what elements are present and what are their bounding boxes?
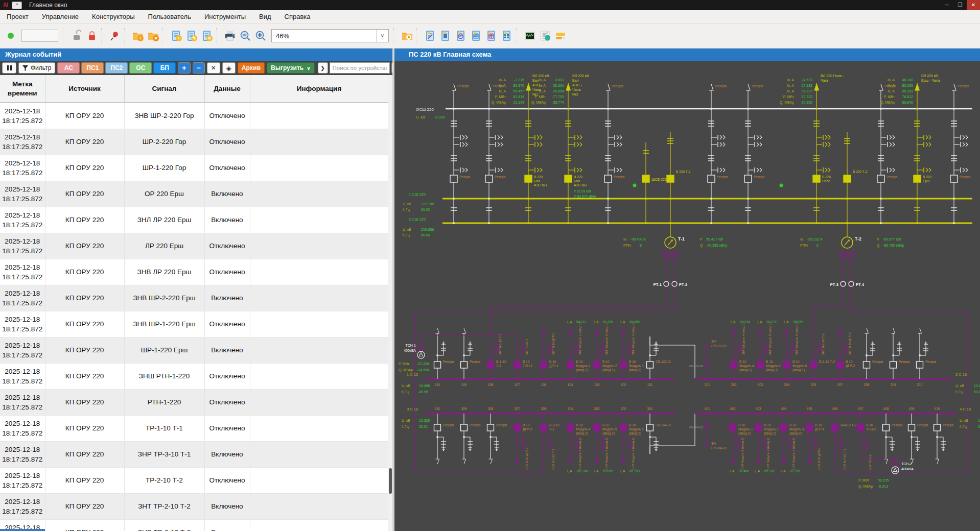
archive-button[interactable]: Архив — [238, 62, 265, 74]
breaker-10[interactable] — [487, 424, 494, 431]
zoom-in-button[interactable] — [253, 28, 268, 43]
menu-item-6[interactable]: Справка — [278, 10, 317, 23]
search-input[interactable] — [330, 62, 390, 74]
filter-toggle-БП[interactable]: БП — [153, 62, 176, 74]
breaker-220[interactable] — [565, 175, 572, 182]
breaker-220[interactable] — [914, 175, 921, 182]
breaker-10[interactable] — [461, 361, 468, 368]
breaker-10[interactable] — [755, 424, 762, 431]
collapse-button[interactable]: ^ — [12, 2, 22, 9]
breaker-10[interactable] — [620, 424, 627, 431]
zoom-out-rows-button[interactable]: − — [193, 62, 205, 74]
breaker-220[interactable] — [708, 175, 715, 182]
printer-button[interactable] — [222, 28, 238, 43]
export-button[interactable]: Выгрузить ∨ — [267, 62, 315, 74]
table-row[interactable]: 2025-12-1818:17:25.872КП ОРУ 220ЗНВ ШР-2… — [0, 103, 388, 129]
breaker-10[interactable] — [541, 424, 547, 431]
breaker-220[interactable] — [485, 175, 493, 182]
breaker-10[interactable] — [620, 361, 627, 368]
breaker-10[interactable] — [567, 361, 574, 368]
schematic-header[interactable]: ПС 220 кВ Главная схема — [394, 49, 980, 61]
event-log-header[interactable]: Журнал событий — [0, 49, 392, 61]
table-row[interactable]: 2025-12-1818:17:25.872КП ОРУ 220ЗНР ТР-3… — [0, 441, 388, 467]
breaker-10[interactable] — [434, 424, 441, 431]
breaker-10[interactable] — [594, 424, 600, 431]
breaker-10[interactable] — [781, 424, 787, 431]
folder-close-button[interactable]: ✕ — [146, 28, 161, 43]
filter-toggle-ПС1[interactable]: ПС1 — [81, 62, 104, 74]
breaker-220[interactable] — [950, 175, 958, 182]
breaker-10[interactable] — [810, 361, 817, 368]
folder-view-button[interactable] — [400, 28, 415, 43]
table-row[interactable]: 2025-12-1818:17:25.872КП ОРУ 220ТР-2-10 … — [0, 467, 388, 493]
breaker-220[interactable] — [604, 175, 612, 182]
doc-star-report-button[interactable]: ★ — [438, 28, 453, 43]
doc-star-form-button[interactable]: ★ — [484, 28, 499, 43]
clear-button[interactable]: ✕ — [207, 62, 220, 74]
zoom-in-rows-button[interactable]: + — [178, 62, 190, 74]
column-header-1[interactable]: Источник — [45, 75, 124, 103]
table-row[interactable]: 2025-12-1818:17:25.872КП ОРУ 220ЗНЛ ЛР 2… — [0, 207, 388, 233]
table-row[interactable]: 2025-12-1818:17:25.872КП ОРУ 220ШР-2-220… — [0, 129, 388, 155]
doc-star-table-button[interactable]: ★ — [469, 28, 484, 43]
table-row[interactable]: 2025-12-1818:17:25.872КП ОРУ 220ЗНВ ШР-2… — [0, 285, 388, 311]
table-row[interactable]: 2025-12-1818:17:25.872КП ОРУ 220ЗНВ ШР-1… — [0, 311, 388, 337]
menu-item-2[interactable]: Конструкторы — [85, 10, 141, 23]
breaker-10[interactable] — [784, 361, 790, 368]
diamond-button[interactable]: ◈ — [222, 62, 236, 74]
schematic-panel[interactable]: ОСШ 220U, кВ0.0001 СШ 220U, кВ222.705f, … — [394, 61, 980, 531]
filter-button[interactable]: Фильтр — [18, 62, 55, 74]
breaker-10[interactable] — [541, 361, 547, 368]
breaker-10[interactable] — [857, 424, 864, 431]
panel-bars-button[interactable] — [553, 28, 568, 43]
menu-item-1[interactable]: Управление — [35, 10, 85, 23]
breaker-10[interactable] — [890, 361, 897, 368]
doc-star-clock-button[interactable]: ★ — [453, 28, 469, 43]
unlock-button[interactable] — [69, 28, 84, 43]
table-row[interactable]: 2025-12-1818:17:25.872КП ОРУ 220ЗНШ РТН-… — [0, 363, 388, 389]
breaker-10[interactable] — [934, 424, 941, 431]
doc-star-curve-button[interactable]: ★ — [423, 28, 438, 43]
name-box[interactable] — [21, 30, 58, 42]
breaker-10[interactable] — [567, 424, 574, 431]
breaker-10[interactable] — [514, 424, 521, 431]
maximize-button[interactable]: ❐ — [953, 0, 967, 10]
breaker-220[interactable] — [844, 175, 851, 182]
breaker-220[interactable] — [450, 175, 457, 182]
doc-star-grid-button[interactable]: ★ — [499, 28, 515, 43]
column-header-2[interactable]: Сигнал — [124, 75, 204, 103]
oscillogram-button[interactable] — [522, 28, 538, 43]
breaker-10[interactable] — [647, 424, 654, 431]
table-row[interactable]: 2025-12-1818:17:25.872КП ОРУ 220ЗНР ТР-2… — [0, 519, 388, 531]
breaker-10[interactable] — [730, 424, 736, 431]
table-row[interactable]: 2025-12-1818:17:25.872КП ОРУ 220ШР-1-220… — [0, 337, 388, 363]
close-button[interactable]: ✕ — [967, 0, 980, 10]
table-row[interactable]: 2025-12-1818:17:25.872КП ОРУ 220ЛР 220 Е… — [0, 233, 388, 259]
zoom-out-button[interactable] — [238, 28, 253, 43]
breaker-220[interactable] — [525, 175, 532, 182]
filter-toggle-АС[interactable]: АС — [57, 62, 80, 74]
breaker-10[interactable] — [461, 424, 468, 431]
column-header-0[interactable]: Метка времени — [0, 75, 45, 103]
breaker-10[interactable] — [594, 361, 600, 368]
vertical-scrollbar[interactable] — [388, 75, 392, 531]
breaker-10[interactable] — [864, 361, 870, 368]
doc-delete-button[interactable]: ✕ — [199, 28, 215, 43]
table-row[interactable]: 2025-12-1818:17:25.872КП ОРУ 220РТН-1-22… — [0, 389, 388, 415]
breaker-220[interactable] — [877, 175, 884, 182]
breaker-10[interactable] — [514, 361, 521, 368]
column-header-4[interactable]: Информация — [250, 75, 388, 103]
breaker-10[interactable] — [883, 424, 890, 431]
breaker-10[interactable] — [647, 361, 654, 368]
lock-button[interactable] — [84, 28, 100, 43]
zoom-combobox[interactable]: 46%∨ — [271, 29, 389, 42]
filter-toggle-ОС[interactable]: ОС — [129, 62, 152, 74]
breaker-220[interactable] — [642, 175, 649, 182]
scrollbar-thumb[interactable] — [389, 468, 392, 494]
filter-toggle-ПС2[interactable]: ПС2 — [105, 62, 128, 74]
expand-search-button[interactable]: ❯ — [318, 62, 328, 74]
breaker-220[interactable] — [667, 175, 674, 182]
table-row[interactable]: 2025-12-1818:17:25.872КП ОРУ 220ОР 220 Е… — [0, 181, 388, 207]
folder-add-button[interactable]: + — [130, 28, 146, 43]
column-header-3[interactable]: Данные — [204, 75, 250, 103]
